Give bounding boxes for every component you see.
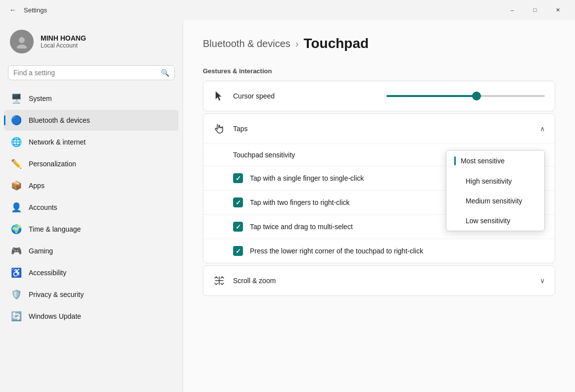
scroll-zoom-chevron-icon: ∨ xyxy=(540,277,545,285)
scroll-zoom-label: Scroll & zoom xyxy=(233,277,532,285)
dropdown-item-high-sensitivity[interactable]: High sensitivity xyxy=(446,171,544,191)
slider-thumb[interactable] xyxy=(472,92,481,100)
slider-fill xyxy=(386,95,477,97)
breadcrumb-separator: › xyxy=(295,38,299,49)
sidebar-item-network[interactable]: 🌐 Network & internet xyxy=(4,132,179,152)
accounts-icon: 👤 xyxy=(11,202,22,213)
sidebar-item-label: Gaming xyxy=(29,247,53,255)
sidebar-item-accessibility[interactable]: ♿ Accessibility xyxy=(4,262,179,283)
cursor-icon xyxy=(213,90,225,102)
sidebar-item-label: Apps xyxy=(29,182,45,190)
section-gestures-title: Gestures & interaction xyxy=(203,67,555,75)
app-title: Settings xyxy=(24,6,47,14)
avatar xyxy=(10,30,34,53)
taps-card: Taps ∧ Touchpad sensitivity Most sensiti… xyxy=(203,113,555,263)
scroll-zoom-card: Scroll & zoom ∨ xyxy=(203,265,555,296)
page-title: Touchpad xyxy=(303,36,369,51)
sidebar-item-label: Network & internet xyxy=(29,138,86,146)
gaming-icon: 🎮 xyxy=(11,245,22,256)
sidebar-item-label: Bluetooth & devices xyxy=(29,116,90,124)
sidebar-item-update[interactable]: 🔄 Windows Update xyxy=(4,306,179,327)
breadcrumb: Bluetooth & devices › Touchpad xyxy=(203,36,555,51)
breadcrumb-parent[interactable]: Bluetooth & devices xyxy=(203,38,290,49)
dropdown-item-medium-sensitivity[interactable]: Medium sensitivity xyxy=(446,191,544,211)
apps-icon: 📦 xyxy=(11,180,22,191)
sidebar-item-apps[interactable]: 📦 Apps xyxy=(4,175,179,196)
sidebar-item-time[interactable]: 🌍 Time & language xyxy=(4,219,179,240)
cursor-speed-card: Cursor speed xyxy=(203,81,555,111)
sidebar-item-label: Windows Update xyxy=(29,312,81,320)
user-section[interactable]: MINH HOANG Local Account xyxy=(0,20,183,61)
time-icon: 🌍 xyxy=(11,224,22,235)
close-button[interactable]: ✕ xyxy=(546,2,569,18)
user-info: MINH HOANG Local Account xyxy=(41,34,86,49)
system-icon: 🖥️ xyxy=(11,93,22,104)
network-icon: 🌐 xyxy=(11,137,22,147)
main-content: Bluetooth & devices › Touchpad Gestures … xyxy=(183,20,575,392)
search-box[interactable]: 🔍 xyxy=(8,65,175,80)
scroll-zoom-icon xyxy=(213,275,225,287)
search-wrap: 🔍 xyxy=(0,61,183,86)
taps-section-header[interactable]: Taps ∧ xyxy=(203,114,555,144)
scroll-zoom-header[interactable]: Scroll & zoom ∨ xyxy=(203,266,555,295)
checkbox-two-finger-label: Tap with two fingers to right-click xyxy=(250,198,350,206)
sidebar-item-accounts[interactable]: 👤 Accounts xyxy=(4,197,179,218)
sidebar-item-privacy[interactable]: 🛡️ Privacy & security xyxy=(4,284,179,305)
sidebar-item-bluetooth[interactable]: 🔵 Bluetooth & devices xyxy=(4,110,179,131)
sidebar: MINH HOANG Local Account 🔍 🖥️ System 🔵 B… xyxy=(0,20,183,392)
touchpad-sensitivity-row: Touchpad sensitivity Most sensitive High… xyxy=(203,144,555,166)
checkbox-right-corner-label: Press the lower right corner of the touc… xyxy=(250,247,423,255)
nav-list: 🖥️ System 🔵 Bluetooth & devices 🌐 Networ… xyxy=(0,86,183,392)
sidebar-item-label: System xyxy=(29,95,52,102)
slider-track[interactable] xyxy=(386,95,545,97)
checkbox-double-tap-label: Tap twice and drag to multi-select xyxy=(250,223,353,231)
checkbox-single-tap-label: Tap with a single finger to single-click xyxy=(250,174,364,182)
maximize-button[interactable]: □ xyxy=(524,2,546,18)
checkbox-two-finger[interactable] xyxy=(233,197,243,207)
bluetooth-icon: 🔵 xyxy=(11,115,22,126)
cursor-speed-label: Cursor speed xyxy=(233,92,379,100)
sidebar-item-label: Privacy & security xyxy=(29,291,84,298)
window-controls: – □ ✕ xyxy=(501,2,569,18)
privacy-icon: 🛡️ xyxy=(11,289,22,300)
accessibility-icon: ♿ xyxy=(11,267,22,278)
selected-indicator xyxy=(454,156,456,165)
checkbox-single-tap[interactable] xyxy=(233,173,243,183)
taps-chevron-icon: ∧ xyxy=(540,125,545,133)
taps-label: Taps xyxy=(233,125,532,133)
checkbox-row-right-corner[interactable]: Press the lower right corner of the touc… xyxy=(203,239,555,263)
sidebar-item-system[interactable]: 🖥️ System xyxy=(4,88,179,109)
search-input[interactable] xyxy=(13,69,157,77)
user-name: MINH HOANG xyxy=(41,34,86,42)
minimize-button[interactable]: – xyxy=(501,2,524,18)
back-button[interactable]: ← xyxy=(6,3,20,17)
dropdown-item-low-sensitivity[interactable]: Low sensitivity xyxy=(446,211,544,231)
sidebar-item-gaming[interactable]: 🎮 Gaming xyxy=(4,241,179,261)
sidebar-item-label: Time & language xyxy=(29,225,81,233)
taps-icon xyxy=(213,123,225,135)
dropdown-item-most-sensitive[interactable]: Most sensitive xyxy=(446,150,544,171)
sidebar-item-label: Personalization xyxy=(29,160,76,168)
update-icon: 🔄 xyxy=(11,311,22,322)
svg-point-1 xyxy=(17,45,27,49)
search-icon: 🔍 xyxy=(161,69,169,77)
sidebar-item-label: Accounts xyxy=(29,203,57,211)
checkbox-double-tap[interactable] xyxy=(233,222,243,232)
cursor-speed-row: Cursor speed xyxy=(203,81,555,111)
cursor-speed-slider[interactable] xyxy=(386,95,545,97)
sensitivity-dropdown[interactable]: Most sensitive High sensitivity Medium s… xyxy=(446,150,545,231)
checkbox-right-corner[interactable] xyxy=(233,246,243,256)
user-role: Local Account xyxy=(41,42,86,49)
sidebar-item-personalization[interactable]: ✏️ Personalization xyxy=(4,153,179,174)
sidebar-item-label: Accessibility xyxy=(29,269,66,277)
personalization-icon: ✏️ xyxy=(11,158,22,169)
svg-point-0 xyxy=(19,37,25,43)
titlebar: ← Settings – □ ✕ xyxy=(0,0,575,20)
